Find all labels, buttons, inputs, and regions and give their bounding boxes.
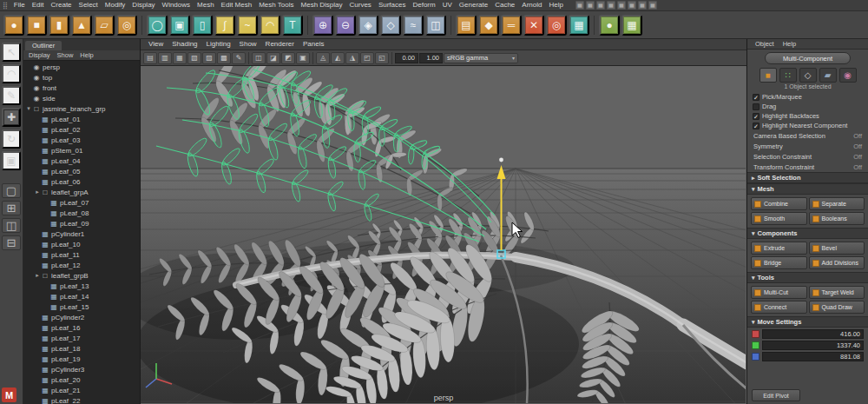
outliner-item-pleaf-14[interactable]: ▦pLeaf_14 — [23, 291, 140, 301]
bridge-icon[interactable]: ═ — [501, 15, 522, 36]
menu-create[interactable]: Create — [48, 0, 76, 10]
outliner-item-pcylinder2[interactable]: ▦pCylinder2 — [23, 312, 140, 322]
menu-file[interactable]: File — [10, 0, 29, 10]
outliner-item-pleaf-22[interactable]: ▦pLeaf_22 — [23, 395, 140, 404]
viewport-menu-lighting[interactable]: Lighting — [202, 39, 235, 50]
boolean-union-icon[interactable]: ⊕ — [312, 15, 333, 36]
poly-sphere-icon[interactable]: ● — [3, 15, 24, 36]
outliner-item-pleaf-11[interactable]: ▦pLeaf_11 — [23, 249, 140, 260]
outliner-item-pleaf-15[interactable]: ▦pLeaf_15 — [23, 301, 140, 312]
outliner-item-pleaf-07[interactable]: ▦pLeaf_07 — [23, 197, 140, 208]
expand-arrow-icon[interactable]: ▸ — [34, 189, 41, 195]
outliner-item-pleaf-05[interactable]: ▦pLeaf_05 — [23, 166, 140, 176]
combine-icon[interactable]: ◈ — [358, 15, 378, 36]
paint-select-tool-icon[interactable]: ✎ — [2, 86, 21, 105]
ao-icon[interactable]: ◭ — [331, 52, 345, 64]
outliner-item-front[interactable]: ◉front — [23, 83, 140, 93]
outliner-item-leaflet-grpb[interactable]: ▸□leaflet_grpB — [23, 270, 140, 281]
axis-y-value[interactable]: 1337.40 — [762, 341, 864, 350]
render-settings-icon[interactable]: ▦ — [648, 1, 657, 10]
menu-mesh-display[interactable]: Mesh Display — [298, 0, 346, 10]
outliner-item-pleaf-01[interactable]: ▦pLeaf_01 — [23, 114, 140, 124]
layout-single-pane-icon[interactable]: ▢ — [2, 183, 21, 198]
edge-mode-icon[interactable]: ◇ — [799, 68, 817, 83]
camera-attributes-icon[interactable]: ▦ — [173, 52, 187, 64]
outliner-item-pleaf-08[interactable]: ▦pLeaf_08 — [23, 208, 140, 218]
exposure-field[interactable]: 0.00 — [395, 53, 418, 63]
outliner-item-pleaf-06[interactable]: ▦pLeaf_06 — [23, 176, 140, 187]
layout-four-pane-icon[interactable]: ⊞ — [2, 201, 21, 215]
option-pick-marquee[interactable]: ✓Pick/Marquee — [747, 92, 868, 102]
menu-edit[interactable]: Edit — [29, 0, 48, 10]
outliner-item-pleaf-19[interactable]: ▦pLeaf_19 — [23, 354, 140, 364]
snap-projected-center-icon[interactable]: ▦ — [607, 1, 615, 10]
outliner-menu-display[interactable]: Display — [25, 50, 54, 60]
option-highlight-backfaces[interactable]: ✓Highlight Backfaces — [747, 111, 868, 121]
checkbox-unchecked-icon[interactable] — [753, 103, 760, 110]
mirror-icon[interactable]: ◫ — [425, 15, 446, 36]
outliner-item-pleaf-10[interactable]: ▦pLeaf_10 — [23, 239, 140, 249]
expand-arrow-icon[interactable]: ▾ — [25, 105, 32, 112]
quad-draw-icon[interactable]: ▦ — [569, 15, 589, 36]
lattice-icon[interactable]: ▦ — [621, 15, 642, 36]
outliner-item-pleaf-12[interactable]: ▦pLeaf_12 — [23, 260, 140, 270]
multi-cut-button[interactable]: Multi-Cut — [751, 286, 807, 299]
menu-curves[interactable]: Curves — [346, 0, 375, 10]
make-live-icon[interactable]: ▦ — [617, 1, 626, 10]
menu-mesh-tools[interactable]: Mesh Tools — [255, 0, 297, 10]
outliner-item-pleaf-02[interactable]: ▦pLeaf_02 — [23, 124, 140, 135]
outliner-item-pleaf-03[interactable]: ▦pLeaf_03 — [23, 135, 140, 145]
option-drag[interactable]: Drag — [747, 102, 868, 111]
ep-curve-icon[interactable]: ~ — [237, 15, 258, 36]
outliner-item-pleaf-21[interactable]: ▦pLeaf_21 — [23, 385, 140, 395]
poly-cube-icon[interactable]: ■ — [26, 15, 47, 36]
constraint-transform-constraint[interactable]: Transform ConstraintOff — [747, 162, 868, 172]
snap-curve-icon[interactable]: ▦ — [586, 1, 595, 10]
combine-button[interactable]: Combine — [751, 197, 807, 210]
shadows-icon[interactable]: ◬ — [316, 52, 330, 64]
multi-component-button[interactable]: Multi-Component — [765, 52, 851, 64]
outliner-item-pstem-01[interactable]: ▦pStem_01 — [23, 145, 140, 156]
lasso-tool-icon[interactable]: ◠ — [2, 64, 21, 83]
select-camera-icon[interactable]: ▤ — [143, 52, 157, 64]
textured-icon[interactable]: ◩ — [281, 52, 295, 64]
wireframe-icon[interactable]: ◫ — [252, 52, 266, 64]
target-weld-button[interactable]: Target Weld — [809, 286, 865, 299]
viewport-menu-view[interactable]: View — [144, 39, 168, 50]
menu-generate[interactable]: Generate — [456, 0, 491, 10]
menu-mesh[interactable]: Mesh — [194, 0, 218, 10]
menu-display[interactable]: Display — [128, 0, 158, 10]
viewport-canvas[interactable]: persp — [141, 66, 746, 404]
layout-two-pane-icon[interactable]: ⊟ — [2, 235, 21, 250]
cv-curve-icon[interactable]: ∫ — [214, 15, 235, 36]
vertex-mode-icon[interactable]: ∷ — [779, 68, 797, 83]
lock-camera-icon[interactable]: ▥ — [158, 52, 172, 64]
separate-icon[interactable]: ◇ — [380, 15, 401, 36]
menu-surfaces[interactable]: Surfaces — [375, 0, 410, 10]
expand-arrow-icon[interactable]: ▸ — [34, 272, 41, 279]
select-tool-icon[interactable]: ↖ — [2, 43, 21, 62]
outliner-item-pleaf-20[interactable]: ▦pLeaf_20 — [23, 374, 140, 385]
bevel-icon[interactable]: ◆ — [478, 15, 499, 36]
outliner-item-side[interactable]: ◉side — [23, 93, 140, 103]
axis-x-value[interactable]: 416.00 — [762, 329, 864, 339]
section-header-soft-selection[interactable]: ▸Soft Selection — [747, 172, 868, 183]
checkbox-checked-icon[interactable]: ✓ — [753, 94, 760, 101]
bridge-button[interactable]: Bridge — [751, 256, 807, 269]
isolate-select-icon[interactable]: ◰ — [360, 52, 374, 64]
smooth-button[interactable]: Smooth — [751, 212, 807, 225]
nurbs-sphere-icon[interactable]: ◯ — [147, 15, 168, 36]
menu-deform[interactable]: Deform — [409, 0, 438, 10]
boolean-difference-icon[interactable]: ⊖ — [335, 15, 356, 36]
constraint-camera-based-selection[interactable]: Camera Based SelectionOff — [747, 130, 868, 141]
view-transform-dropdown[interactable]: sRGB gamma▾ — [444, 53, 518, 63]
bookmark-icon[interactable]: ▧ — [187, 52, 201, 64]
scale-tool-icon[interactable]: ▣ — [2, 151, 21, 170]
outliner-item-pleaf-09[interactable]: ▦pLeaf_09 — [23, 218, 140, 228]
layout-persp-outliner-icon[interactable]: ◫ — [2, 218, 21, 233]
gamma-field[interactable]: 1.00 — [419, 53, 443, 63]
sculpt-icon[interactable]: ● — [599, 15, 620, 36]
snap-grid-icon[interactable]: ▦ — [575, 1, 584, 10]
menu-edit-mesh[interactable]: Edit Mesh — [218, 0, 256, 10]
outliner-item-jasmine-branch-grp[interactable]: ▾□jasmine_branch_grp — [23, 103, 140, 114]
